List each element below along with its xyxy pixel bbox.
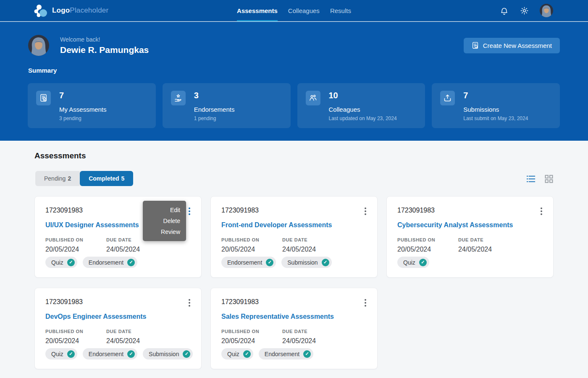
assessment-title-link[interactable]: Front-end Developer Assessments bbox=[221, 221, 332, 229]
assessment-meta: PUBLISHED ON 20/05/2024 DUE DATE 24/05/2… bbox=[221, 237, 367, 253]
create-new-assessment-button[interactable]: Create New Assessment bbox=[464, 38, 560, 53]
assessment-title-link[interactable]: Sales Representative Assessments bbox=[221, 313, 334, 320]
badge-row: Endorsement✓ Submission✓ bbox=[221, 257, 332, 268]
due-date: 24/05/2024 bbox=[282, 337, 343, 345]
tab-completed[interactable]: Completed 5 bbox=[80, 171, 133, 186]
due-date: 24/05/2024 bbox=[458, 246, 519, 253]
assessments-section: Assessments Pending 2 Completed 5 bbox=[0, 141, 588, 378]
status-badge: Endorsement✓ bbox=[83, 257, 137, 268]
status-badge: Quiz✓ bbox=[45, 257, 77, 268]
check-icon: ✓ bbox=[303, 350, 311, 358]
clipboard-check-icon bbox=[36, 91, 51, 105]
assessment-meta: PUBLISHED ON 20/05/2024 DUE DATE 24/05/2… bbox=[45, 329, 191, 345]
stat-value: 7 bbox=[463, 91, 551, 100]
assessment-title-link[interactable]: Cybersecurity Analyst Assessments bbox=[397, 221, 513, 229]
status-badge: Quiz✓ bbox=[221, 348, 253, 360]
status-badge: Endorsement✓ bbox=[259, 348, 313, 360]
summary-card-colleagues: 10 Colleagues Last updated on May 23, 20… bbox=[297, 83, 425, 128]
summary-heading: Summary bbox=[28, 67, 57, 74]
stat-label: My Assessments bbox=[59, 106, 147, 113]
menu-item-review[interactable]: Review bbox=[143, 226, 186, 237]
nav-actions bbox=[499, 4, 553, 17]
tab-pending[interactable]: Pending 2 bbox=[35, 171, 80, 186]
status-badge: Endorsement✓ bbox=[221, 257, 276, 268]
nav-item-results[interactable]: Results bbox=[330, 0, 351, 21]
user-name: Dewie R. Pamungkas bbox=[60, 45, 149, 55]
check-icon: ✓ bbox=[266, 259, 273, 266]
menu-item-delete[interactable]: Delete bbox=[143, 215, 186, 226]
badge-row: Quiz✓ Endorsement✓ bbox=[45, 257, 137, 268]
summary-cards: 7 My Assessments 3 pending 3 Endorsement… bbox=[28, 83, 560, 128]
card-context-menu: Edit Delete Review bbox=[143, 201, 186, 241]
published-date: 20/05/2024 bbox=[45, 337, 106, 345]
main-nav: Assessments Colleagues Results bbox=[237, 0, 351, 21]
card-menu-kebab-icon[interactable] bbox=[184, 298, 194, 308]
greeting-block: Welcome back! Dewie R. Pamungkas bbox=[60, 36, 149, 55]
assessment-card: 1723091983 Sales Representative Assessme… bbox=[210, 288, 378, 369]
assessment-card: 1723091983 UI/UX Designer Assessments PU… bbox=[34, 196, 202, 278]
settings-gear-icon[interactable] bbox=[520, 6, 529, 15]
stat-label: Submissions bbox=[463, 106, 551, 113]
menu-item-edit[interactable]: Edit bbox=[143, 205, 186, 215]
due-label: DUE DATE bbox=[458, 237, 519, 242]
upload-tray-icon bbox=[440, 91, 455, 105]
badge-row: Quiz✓ Endorsement✓ Submission✓ bbox=[45, 348, 193, 360]
check-icon: ✓ bbox=[419, 259, 427, 266]
check-icon: ✓ bbox=[183, 350, 190, 358]
grid-view-icon[interactable] bbox=[544, 174, 553, 183]
summary-card-my-assessments: 7 My Assessments 3 pending bbox=[28, 83, 156, 128]
notification-bell-icon[interactable] bbox=[499, 6, 509, 15]
assessment-id: 1723091983 bbox=[221, 298, 367, 306]
summary-card-endorsements: 3 Endorsements 1 pending bbox=[163, 83, 291, 128]
top-navbar: LogoPlaceholder Assessments Colleagues R… bbox=[0, 0, 588, 21]
section-title: Assessments bbox=[34, 151, 86, 160]
published-label: PUBLISHED ON bbox=[45, 329, 106, 334]
stat-value: 10 bbox=[329, 91, 417, 100]
card-menu-kebab-icon[interactable] bbox=[360, 298, 370, 308]
hero-section: Welcome back! Dewie R. Pamungkas Create … bbox=[0, 22, 588, 141]
user-avatar[interactable] bbox=[540, 4, 553, 17]
status-badge: Submission✓ bbox=[281, 257, 331, 268]
welcome-text: Welcome back! bbox=[60, 36, 149, 43]
due-label: DUE DATE bbox=[282, 237, 343, 242]
assessment-card: 1723091983 Cybersecurity Analyst Assessm… bbox=[386, 196, 554, 278]
assessment-id: 1723091983 bbox=[45, 298, 191, 306]
assessment-meta: PUBLISHED ON 20/05/2024 DUE DATE 24/05/2… bbox=[397, 237, 543, 253]
stat-subtext: 3 pending bbox=[59, 116, 147, 121]
check-icon: ✓ bbox=[127, 259, 135, 266]
nav-item-assessments[interactable]: Assessments bbox=[237, 0, 278, 21]
check-icon: ✓ bbox=[322, 259, 329, 266]
status-badge: Quiz✓ bbox=[45, 348, 77, 360]
status-tabs: Pending 2 Completed 5 bbox=[35, 171, 133, 186]
stat-value: 3 bbox=[194, 91, 282, 100]
status-badge: Submission✓ bbox=[143, 348, 193, 360]
card-menu-kebab-icon[interactable] bbox=[536, 206, 546, 216]
stat-label: Endorsements bbox=[194, 106, 282, 113]
assessment-meta: PUBLISHED ON 20/05/2024 DUE DATE 24/05/2… bbox=[221, 329, 367, 345]
tab-count: 5 bbox=[121, 175, 125, 182]
profile-avatar bbox=[28, 35, 49, 56]
assessment-title-link[interactable]: DevOps Engineer Assessments bbox=[45, 313, 146, 320]
create-assessment-icon bbox=[472, 42, 479, 50]
stat-label: Colleagues bbox=[329, 106, 417, 113]
published-date: 20/05/2024 bbox=[397, 246, 458, 253]
nav-item-colleagues[interactable]: Colleagues bbox=[288, 0, 320, 21]
view-toggles bbox=[527, 174, 553, 183]
due-date: 24/05/2024 bbox=[106, 246, 167, 253]
summary-card-submissions: 7 Submissions Last submit on May 23, 202… bbox=[432, 83, 560, 128]
published-date: 20/05/2024 bbox=[45, 246, 106, 253]
published-date: 20/05/2024 bbox=[221, 337, 282, 345]
card-menu-kebab-icon[interactable] bbox=[360, 206, 370, 216]
assessment-id: 1723091983 bbox=[221, 207, 367, 214]
published-label: PUBLISHED ON bbox=[397, 237, 458, 242]
logo-icon bbox=[33, 3, 49, 18]
badge-row: Quiz✓ Endorsement✓ bbox=[221, 348, 313, 360]
logo: LogoPlaceholder bbox=[33, 3, 108, 18]
list-view-icon[interactable] bbox=[527, 174, 536, 183]
published-date: 20/05/2024 bbox=[221, 246, 282, 253]
tab-label: Completed bbox=[89, 175, 119, 182]
assessment-card: 1723091983 Front-end Developer Assessmen… bbox=[210, 196, 378, 278]
check-icon: ✓ bbox=[243, 350, 251, 358]
assessment-title-link[interactable]: UI/UX Designer Assessments bbox=[45, 221, 139, 229]
assessment-cards-grid: 1723091983 UI/UX Designer Assessments PU… bbox=[34, 196, 554, 369]
